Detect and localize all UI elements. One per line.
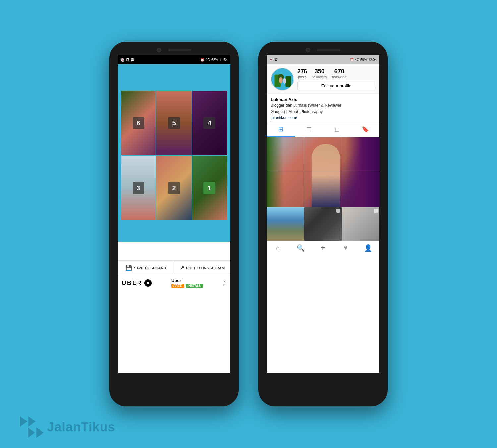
battery-text-r: 59% (360, 58, 367, 62)
grid-cell-5: 5 (156, 91, 191, 155)
front-camera-right (306, 48, 310, 52)
nav-likes[interactable]: ♥ (334, 244, 357, 252)
following-stat: 670 following (332, 68, 346, 79)
grid-cell-2: 2 (156, 156, 191, 220)
info-text-area: Due to the limitiation of the Instagram … (118, 242, 230, 260)
ig-profile-header: 276 posts 350 followers 670 following Ed… (267, 64, 379, 94)
photo-crowd[interactable] (304, 207, 342, 241)
tab-grid[interactable]: ⊞ (267, 122, 295, 137)
ghost-icon-r: 👻 (269, 58, 273, 61)
photo-sea[interactable] (267, 207, 304, 241)
uber-ad[interactable]: UBER ■ Uber FREE INSTALL ✕ Ad (118, 275, 230, 291)
bookmark-tab-icon: 🔖 (362, 126, 369, 133)
right-status-left: 👻 🖼 (269, 58, 277, 61)
bottom-buttons: 💾 SAVE TO SDCARD ↗ POST TO INSTAGRAM (118, 260, 230, 275)
posts-label: posts (298, 75, 306, 79)
save-to-sdcard-button[interactable]: 💾 SAVE TO SDCARD (118, 261, 174, 275)
alarm-icon: ⏰ (200, 58, 204, 62)
followers-count: 350 (315, 68, 325, 75)
speaker-right (317, 49, 340, 51)
photo-selfie[interactable] (342, 207, 379, 241)
whatsapp-icon: 💬 (130, 58, 134, 62)
home-icon: ⌂ (276, 244, 280, 252)
grid-tab-icon: ⊞ (278, 126, 283, 133)
stats-and-button: 276 posts 350 followers 670 following Ed… (297, 68, 375, 90)
followers-label: followers (312, 75, 327, 79)
copy-icon-selfie (374, 209, 378, 213)
uber-arrow-icon: ■ (144, 279, 152, 287)
svg-point-5 (283, 78, 286, 84)
username: Lukman Azis (271, 97, 375, 102)
uber-tags: FREE INSTALL (171, 284, 203, 288)
grid-number-3: 3 (133, 182, 144, 194)
large-photo[interactable] (267, 137, 379, 207)
right-status-right: ⏰ 4G 59% 12:04 (350, 58, 377, 62)
left-status-left: 👻 🖼 💬 (120, 58, 134, 62)
ghost-icon: 👻 (120, 58, 124, 62)
right-phone: 👻 🖼 ⏰ 4G 59% 12:04 (258, 42, 388, 406)
right-status-bar: 👻 🖼 ⏰ 4G 59% 12:04 (267, 55, 379, 64)
search-icon: 🔍 (297, 244, 305, 252)
photo-grid: 6 5 4 3 (121, 91, 227, 220)
time-text: 11:54 (219, 58, 228, 62)
bottom-nav: ⌂ 🔍 + ♥ 👤 (267, 241, 379, 255)
left-phone-top-bar (109, 42, 239, 52)
uber-ad-left: UBER ■ (122, 279, 152, 287)
following-count: 670 (334, 68, 344, 75)
ig-photo-grid (267, 137, 379, 241)
tab-list[interactable]: ☰ (295, 122, 323, 137)
stats-row: 276 posts 350 followers 670 following (297, 68, 375, 79)
front-camera-left (157, 48, 161, 52)
avatar (271, 68, 294, 91)
uber-ad-right: Uber FREE INSTALL (171, 278, 203, 288)
bio-line1: Blogger dan Jurnalis (Writer & Reviewer (271, 103, 375, 108)
chevron-2 (28, 416, 36, 427)
tab-saved[interactable]: 🔖 (351, 122, 379, 137)
sdcard-icon: 💾 (125, 265, 132, 271)
plus-icon: + (321, 244, 325, 252)
edit-profile-button[interactable]: Edit your profile (297, 82, 375, 90)
save-button-label: SAVE TO SDCARD (134, 266, 166, 270)
profile-tabs: ⊞ ☰ ◻ 🔖 (267, 122, 379, 137)
chevron-4 (36, 427, 44, 438)
grid-number-2: 2 (168, 182, 180, 194)
nav-profile[interactable]: 👤 (357, 244, 379, 252)
speaker-left (168, 49, 191, 51)
left-bottom-blue-area (118, 223, 230, 242)
battery-text: 62% (211, 58, 218, 62)
nav-post[interactable]: + (312, 244, 334, 252)
tab-tagged[interactable]: ◻ (323, 122, 351, 137)
chevron-3 (28, 427, 35, 438)
alarm-icon-r: ⏰ (350, 58, 354, 61)
signal-text: 4G (206, 58, 210, 62)
left-status-bar: 👻 🖼 💬 ⏰ 4G 62% 11:54 (118, 55, 230, 64)
grid-number-4: 4 (203, 117, 215, 129)
grid-cell-4: 4 (192, 91, 227, 155)
nav-search[interactable]: 🔍 (289, 244, 312, 252)
nav-home[interactable]: ⌂ (267, 244, 289, 252)
following-label: following (332, 75, 346, 79)
post-to-instagram-button[interactable]: ↗ POST TO INSTAGRAM (174, 261, 231, 275)
signal-text-r: 4G (355, 58, 359, 62)
ad-close[interactable]: ✕ Ad (223, 279, 226, 287)
small-photos-row (267, 207, 379, 241)
grid-cell-1: 1 (192, 156, 227, 220)
image-icon: 🖼 (126, 58, 129, 62)
list-tab-icon: ☰ (306, 126, 312, 133)
website-link[interactable]: jalantikus.com/ (271, 115, 375, 120)
grid-number-5: 5 (168, 117, 180, 129)
svg-point-4 (279, 77, 283, 83)
post-button-label: POST TO INSTAGRAM (186, 266, 225, 270)
image-icon-r: 🖼 (274, 58, 277, 61)
phones-container: 👻 🖼 💬 ⏰ 4G 62% 11:54 (109, 42, 388, 406)
avatar-image (271, 68, 293, 91)
watermark-logo (20, 416, 44, 438)
right-phone-top-bar (258, 42, 388, 52)
grid-cell-3: 3 (121, 156, 156, 220)
right-screen: 👻 🖼 ⏰ 4G 59% 12:04 (267, 55, 379, 373)
heart-icon: ♥ (344, 244, 348, 252)
svg-rect-2 (285, 76, 291, 87)
profile-icon: 👤 (364, 244, 372, 252)
watermark: JalanTikus (20, 416, 115, 438)
info-text: Due to the limitiation of the Instagram … (123, 246, 223, 256)
